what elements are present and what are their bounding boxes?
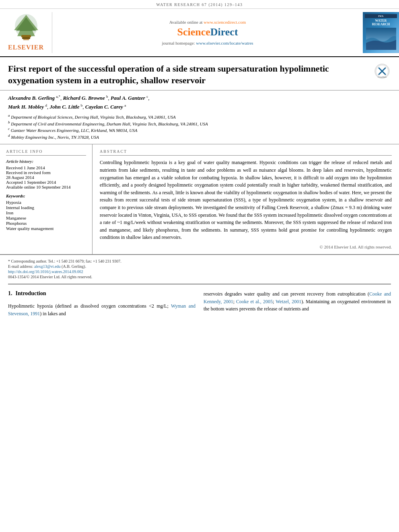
keyword-water-quality: Water quality management (6, 226, 86, 231)
journal-thumb-title: WATERRESEARCH (372, 19, 390, 26)
revised-date: 28 August 2014 (6, 175, 86, 180)
elsevier-wordmark: ELSEVIER (8, 44, 44, 51)
keyword-internal-loading: Internal loading (6, 205, 86, 210)
journal-homepage-text: journal homepage: www.elsevier.com/locat… (162, 41, 253, 45)
intro-right-col: reservoirs degrades water quality and ca… (204, 290, 391, 317)
affiliations: a Department of Biological Sciences, Der… (8, 113, 391, 140)
authors-section: Alexandra B. Gerling a,*, Richard G. Bro… (0, 90, 399, 144)
article-body: ARTICLE INFO Article history: Received 1… (0, 144, 399, 255)
copyright-line: © 2014 Elsevier Ltd. All rights reserved… (100, 244, 392, 249)
revised-label: Received in revised form (6, 170, 86, 175)
author-carey: Cayelan C. Carey (85, 104, 123, 110)
wyman-ref-link[interactable]: Wyman and Stevenson, 1991 (8, 303, 195, 316)
svg-rect-5 (22, 37, 30, 39)
svg-text:CrossMark: CrossMark (377, 76, 387, 78)
crossmark-icon: CrossMark (374, 63, 390, 79)
article-info-header: ARTICLE INFO (6, 149, 86, 156)
affil-c: c Gantzer Water Resources Engineering, L… (8, 127, 391, 133)
keyword-iron: Iron (6, 210, 86, 215)
journal-cover-graphic (366, 28, 396, 50)
abstract-col: ABSTRACT Controlling hypolimnetic hypoxi… (93, 144, 399, 254)
wetzel-ref[interactable]: Wetzel, 2001 (276, 299, 301, 304)
cooke-et-al-ref[interactable]: Cooke et al., 2005 (236, 299, 273, 304)
intro-section-number: 1. (8, 290, 12, 297)
author-gerling: Alexandra B. Gerling (8, 95, 55, 101)
author-mobley: Mark H. Mobley (8, 104, 44, 110)
keyword-hypoxia: Hypoxia (6, 200, 86, 205)
header-section: ELSEVIER Available online at www.science… (0, 9, 399, 57)
keywords-label: Keywords: (6, 193, 86, 198)
svg-rect-4 (21, 35, 31, 37)
journal-thumb-label: IWA (365, 14, 397, 18)
authors-line-2: Mark H. Mobley d, John C. Little b, Caye… (8, 103, 391, 110)
email-link[interactable]: alexg13@vt.edu (34, 264, 61, 269)
intro-right-text: reservoirs degrades water quality and ca… (204, 290, 391, 313)
journal-homepage-link[interactable]: www.elsevier.com/locate/watres (196, 41, 253, 45)
journal-bar-text: WATER RESEARCH 67 (2014) 129–143 (156, 2, 243, 7)
affil-d: d Mobley Engineering Inc., Norris, TN 37… (8, 134, 391, 140)
intro-heading: Introduction (16, 290, 46, 297)
sciencedirect-logo: ScienceDirect (177, 26, 238, 38)
footnotes-section: * Corresponding author. Tel.: +1 540 231… (0, 255, 399, 284)
footnote-email: E-mail address: alexg13@vt.edu (A.B. Ger… (8, 264, 391, 269)
author-gantzer: Paul A. Gantzer (111, 95, 145, 101)
journal-bar: WATER RESEARCH 67 (2014) 129–143 (0, 0, 399, 9)
footnote-corresponding: * Corresponding author. Tel.: +1 540 231… (8, 259, 391, 263)
center-header: Available online at www.sciencedirect.co… (52, 12, 363, 53)
journal-thumbnail: IWA WATERRESEARCH (363, 12, 399, 53)
accepted-date: Accepted 1 September 2014 (6, 180, 86, 185)
keyword-manganese: Manganese (6, 216, 86, 220)
footnote-doi: http://dx.doi.org/10.1016/j.watres.2014.… (8, 269, 391, 274)
title-section: First report of the successful operation… (0, 57, 399, 90)
article-info-col: ARTICLE INFO Article history: Received 1… (0, 144, 93, 254)
history-label: Article history: (6, 159, 86, 164)
received-date: Received 1 June 2014 (6, 165, 86, 170)
article-title: First report of the successful operation… (8, 63, 369, 86)
keyword-phosphorus: Phosphorus (6, 221, 86, 226)
affil-a: a Department of Biological Sciences, Der… (8, 113, 391, 119)
elsevier-tree-icon (10, 14, 42, 42)
doi-link[interactable]: http://dx.doi.org/10.1016/j.watres.2014.… (8, 269, 83, 274)
affil-b: b Department of Civil and Environmental … (8, 120, 391, 126)
abstract-header: ABSTRACT (100, 149, 392, 156)
available-online-text: Available online at www.sciencedirect.co… (169, 20, 246, 25)
intro-left-col: 1. Introduction Hypolimnetic hypoxia (de… (8, 290, 195, 317)
abstract-text: Controlling hypolimnetic hypoxia is a ke… (100, 159, 392, 241)
intro-left-text: Hypolimnetic hypoxia (defined as dissolv… (8, 302, 195, 317)
introduction-section: 1. Introduction Hypolimnetic hypoxia (de… (0, 284, 399, 323)
elsevier-logo: ELSEVIER (0, 12, 52, 53)
author-browne: Richard G. Browne (63, 95, 105, 101)
sciencedirect-url[interactable]: www.sciencedirect.com (204, 20, 246, 25)
author-little: John C. Little (49, 104, 79, 110)
authors-line-1: Alexandra B. Gerling a,*, Richard G. Bro… (8, 94, 391, 101)
available-date: Available online 10 September 2014 (6, 185, 86, 189)
crossmark-badge: CrossMark (373, 63, 391, 79)
footnote-issn: 0043-1354/© 2014 Elsevier Ltd. All right… (8, 275, 391, 279)
